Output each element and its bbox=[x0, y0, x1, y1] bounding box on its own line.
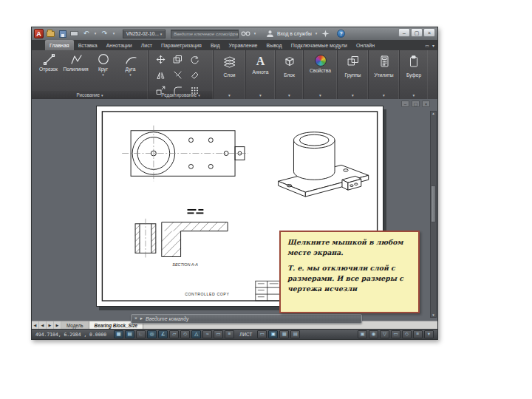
command-prompt[interactable]: Введите команду bbox=[146, 316, 188, 321]
undo-icon[interactable]: ↶ bbox=[81, 29, 91, 38]
ortho-toggle[interactable]: ∟ bbox=[136, 330, 146, 338]
panel-groups[interactable]: Группы ▾ bbox=[338, 50, 369, 99]
utilities-calculator-icon bbox=[378, 55, 391, 71]
tab-annotate[interactable]: Аннотации bbox=[102, 40, 137, 50]
section-view bbox=[135, 222, 228, 257]
lineweight-toggle[interactable]: ≈ bbox=[202, 330, 212, 338]
search-input[interactable]: Введите ключевое слово/фразу bbox=[171, 30, 239, 38]
tab-home[interactable]: Главная bbox=[45, 40, 74, 50]
quick-properties-toggle[interactable]: ≡ bbox=[225, 330, 234, 338]
minimize-button[interactable]: – bbox=[398, 28, 410, 37]
tab-online[interactable]: Онлайн bbox=[352, 40, 379, 50]
search-flyout-icon[interactable]: ▾ bbox=[253, 29, 257, 38]
document-title-box[interactable]: VN252-02-10... ▾ bbox=[123, 30, 166, 38]
redo-icon[interactable]: ↷ bbox=[100, 29, 109, 38]
polar-toggle[interactable]: ◎ bbox=[147, 330, 157, 338]
clipboard-icon bbox=[407, 55, 420, 71]
grid-toggle[interactable]: ▤ bbox=[125, 330, 134, 338]
scrollbar-thumb[interactable] bbox=[431, 185, 436, 222]
utilities-panel-label: Утилиты bbox=[374, 72, 393, 78]
panel-clipboard[interactable]: Буфер ▾ bbox=[400, 50, 428, 99]
panel-block[interactable]: Блок ▾ bbox=[276, 50, 304, 99]
tab-plugins[interactable]: Подключаемые модули bbox=[287, 40, 352, 50]
properties-panel-label: Свойства bbox=[310, 68, 331, 73]
status-menu-button[interactable]: ▾ bbox=[424, 330, 434, 338]
scroll-up-icon[interactable]: ▲ bbox=[431, 112, 436, 115]
model-space-button[interactable]: ▭ bbox=[257, 330, 267, 338]
tab-manage[interactable]: Управление bbox=[225, 40, 262, 50]
mirror-icon[interactable] bbox=[156, 69, 167, 83]
snap-toggle[interactable]: ▦ bbox=[114, 330, 123, 338]
trim-icon[interactable] bbox=[173, 69, 184, 83]
modify-panel-title[interactable]: Редактирование▾ bbox=[149, 91, 213, 99]
layout-space-button[interactable]: ▣ bbox=[268, 330, 278, 338]
clean-screen-button[interactable]: ≡ bbox=[413, 330, 423, 338]
save-icon[interactable] bbox=[58, 29, 67, 38]
dyn-toggle[interactable]: △ bbox=[191, 330, 201, 338]
rotate-icon[interactable] bbox=[190, 54, 201, 67]
chevron-down-icon: ▾ bbox=[198, 93, 200, 98]
quickview-drawings-button[interactable]: ▤ bbox=[290, 330, 300, 338]
communication-center-icon[interactable] bbox=[321, 29, 330, 38]
arc-flyout-icon[interactable]: ▾ bbox=[129, 72, 132, 77]
panel-utilities[interactable]: Утилиты ▾ bbox=[369, 50, 400, 99]
quickview-layouts-button[interactable]: ▦ bbox=[279, 330, 289, 338]
first-tab-button[interactable]: ◀ bbox=[32, 321, 39, 329]
ribbon-state-icon[interactable]: ▭ bbox=[425, 43, 429, 48]
line-tool-button[interactable]: Отрезок bbox=[35, 52, 61, 86]
panel-layers[interactable]: Слои ▾ bbox=[214, 50, 246, 99]
annotation-visibility-button[interactable]: ◉ bbox=[369, 330, 378, 338]
last-tab-button[interactable]: ▶ bbox=[54, 321, 61, 329]
ducs-toggle[interactable]: ◇ bbox=[180, 330, 190, 338]
otrack-toggle[interactable]: ▱ bbox=[169, 330, 179, 338]
plot-icon[interactable] bbox=[69, 29, 79, 38]
model-tab[interactable]: Модель bbox=[61, 321, 89, 329]
undo-flyout-icon[interactable]: ▾ bbox=[93, 29, 98, 38]
drawing-canvas[interactable]: – ▢ × bbox=[32, 99, 437, 321]
command-tools-icon[interactable]: ▸ bbox=[140, 316, 143, 321]
block-icon bbox=[283, 55, 296, 71]
doc-restore-button[interactable]: ▢ bbox=[412, 100, 420, 107]
help-button[interactable]: ? bbox=[337, 30, 345, 38]
circle-flyout-icon[interactable]: ▾ bbox=[102, 72, 104, 77]
osnap-toggle[interactable]: ∠ bbox=[158, 330, 168, 338]
command-line[interactable]: × ▸ Введите команду bbox=[131, 314, 362, 324]
circle-tool-button[interactable]: Круг ▾ bbox=[90, 52, 116, 86]
tab-layout[interactable]: Лист bbox=[137, 40, 157, 50]
polyline-tool-button[interactable]: Полилиния bbox=[63, 52, 89, 86]
command-close-icon[interactable]: × bbox=[134, 316, 137, 321]
scroll-down-icon[interactable]: ▼ bbox=[431, 313, 436, 317]
annotation-panel-label: Аннота bbox=[253, 69, 269, 75]
prev-tab-button[interactable]: ◀ bbox=[39, 321, 47, 329]
move-icon[interactable] bbox=[156, 54, 167, 67]
arc-tool-button[interactable]: Дуга ▾ bbox=[117, 52, 143, 86]
search-icon[interactable] bbox=[241, 29, 250, 38]
vertical-scrollbar[interactable]: ▲ ▼ bbox=[430, 111, 437, 318]
maximize-button[interactable]: ▢ bbox=[411, 28, 423, 37]
doc-close-button[interactable]: × bbox=[422, 100, 430, 107]
tab-output[interactable]: Вывод bbox=[262, 40, 287, 50]
panel-properties[interactable]: Свойства ▾ bbox=[304, 50, 338, 99]
tab-view[interactable]: Вид bbox=[206, 40, 225, 50]
groups-icon bbox=[347, 55, 360, 71]
doc-minimize-button[interactable]: – bbox=[401, 100, 409, 107]
panel-annotation[interactable]: A Аннота ▾ bbox=[246, 50, 276, 99]
ribbon-minimize-icon[interactable]: ▾ bbox=[432, 43, 434, 48]
workspace-button[interactable]: ▭ bbox=[391, 330, 400, 338]
draw-panel-title[interactable]: Рисование▾ bbox=[32, 91, 148, 99]
next-tab-button[interactable]: ▶ bbox=[47, 321, 54, 329]
signin-button[interactable]: Вход в службы ▾ bbox=[265, 29, 318, 38]
autocad-logo-icon[interactable]: A bbox=[34, 29, 44, 38]
redo-flyout-icon[interactable]: ▾ bbox=[112, 29, 116, 38]
close-button[interactable]: × bbox=[423, 28, 435, 37]
annotation-scale-button[interactable]: ▣ bbox=[358, 330, 367, 338]
erase-icon[interactable] bbox=[190, 69, 201, 83]
transparency-toggle[interactable]: ▭ bbox=[214, 330, 223, 338]
circle-tool-label: Круг bbox=[98, 66, 108, 72]
autoscale-button[interactable]: ▽ bbox=[380, 330, 389, 338]
open-icon[interactable] bbox=[46, 29, 55, 38]
tab-parametric[interactable]: Параметризация bbox=[157, 40, 206, 50]
tab-insert[interactable]: Вставка bbox=[74, 40, 102, 50]
toolbar-lock-button[interactable]: ◇ bbox=[402, 330, 412, 338]
copy-icon[interactable] bbox=[173, 54, 184, 67]
